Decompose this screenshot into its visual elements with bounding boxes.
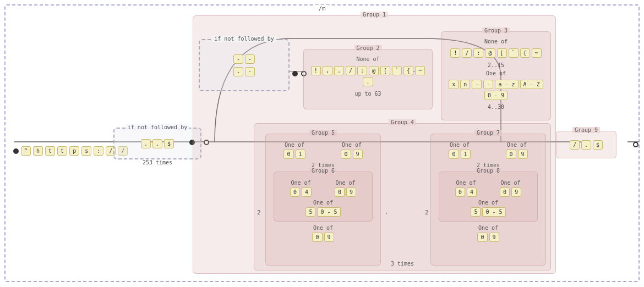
g3-oneof-label: One of (441, 70, 550, 76)
g6-04: 0 4 (290, 187, 312, 197)
group2-tokens: ! , . / : @ [ ` { ~ . (304, 64, 432, 89)
g3-AZ[interactable]: A - Z (520, 80, 543, 89)
g5-0a[interactable]: 0 (341, 150, 351, 159)
g7-0a[interactable]: 0 (506, 150, 516, 159)
g3-tok1[interactable]: ! (450, 48, 460, 58)
token-p[interactable]: p (69, 146, 79, 156)
g6-oneof-label2: One of (335, 180, 356, 186)
g3-tok6[interactable]: ` (509, 48, 519, 58)
g8-row1: One of 0 4 One of 0 9 (444, 180, 533, 197)
g6-4[interactable]: 4 (302, 187, 312, 197)
g8-9a[interactable]: 9 (511, 187, 521, 197)
g3-tok3[interactable]: : (473, 48, 483, 58)
token-inner4[interactable]: · (245, 67, 255, 76)
group2-box: Group 2 None of ! , . / : @ [ ` { ~ . up… (303, 49, 433, 109)
token-t2[interactable]: t (57, 146, 67, 156)
g2-tok3[interactable]: . (334, 66, 344, 75)
token-caret[interactable]: ^ (21, 146, 31, 156)
g2-tok10[interactable]: ~ (415, 66, 425, 75)
g2-tok7[interactable]: [ (380, 66, 390, 75)
g7-9a[interactable]: 9 (518, 150, 528, 159)
token-inner1[interactable]: - (233, 54, 243, 64)
token-dollar-a[interactable]: $ (164, 139, 174, 148)
g8-05[interactable]: 0 - 5 (482, 207, 505, 217)
g7-0b[interactable]: 0 (477, 233, 487, 242)
g4-2-label-right: 2 (425, 209, 429, 216)
group5-box: Group 5 One of 0 1 One of 0 (265, 134, 381, 266)
g6-9a[interactable]: 9 (346, 187, 356, 197)
g2-tok4[interactable]: / (346, 66, 356, 75)
g5-0b[interactable]: 0 (312, 233, 322, 242)
g2-tok2[interactable]: , (323, 66, 332, 75)
main-flow: ^ h t t p s : / / (13, 146, 128, 156)
g8-5[interactable]: 5 (471, 207, 481, 217)
group2-label: Group 2 (354, 45, 381, 51)
g6-0a[interactable]: 0 (335, 187, 345, 197)
group5-label: Group 5 (309, 130, 337, 136)
g6-09: 0 9 (335, 187, 356, 197)
g9-dot[interactable]: . (581, 140, 591, 150)
g7-oneof-row3: One of 0 9 (431, 225, 545, 242)
g5-09a: 0 9 (341, 150, 362, 159)
g3-n[interactable]: n (460, 80, 470, 89)
g3-tok4[interactable]: @ (485, 48, 495, 58)
253-times-label: 253 times (114, 159, 200, 165)
g7-9b[interactable]: 9 (489, 233, 499, 242)
g3-az[interactable]: a - z (495, 80, 518, 89)
g5-oneof-row1: One of 0 1 One of 0 9 (266, 142, 380, 159)
g6-05[interactable]: 0 - 5 (317, 207, 340, 217)
g3-tok2[interactable]: / (462, 48, 472, 58)
g5-9b[interactable]: 9 (324, 233, 334, 242)
group7-label: Group 7 (474, 130, 502, 136)
group4-label: Group 4 (389, 119, 416, 125)
regex-flag-label: /m (315, 5, 329, 12)
g8-04: 0 4 (455, 187, 477, 197)
g6-5[interactable]: 5 (305, 207, 315, 217)
g9-dollar[interactable]: $ (593, 140, 603, 150)
g8-oneof-label3: One of (444, 200, 533, 206)
if-not-followed-label-2: if not followed by (125, 124, 189, 130)
token-s[interactable]: s (81, 146, 91, 156)
g5-oneof-label1: One of (283, 142, 305, 148)
g8-0a[interactable]: 0 (500, 187, 510, 197)
token-inner3[interactable]: - (233, 67, 243, 76)
g2-tok9[interactable]: { (403, 66, 413, 75)
g5-0[interactable]: 0 (283, 150, 293, 159)
g5-9a[interactable]: 9 (353, 150, 363, 159)
start-dot (13, 148, 19, 154)
g6-0[interactable]: 0 (290, 187, 300, 197)
g7-0[interactable]: 0 (449, 150, 459, 159)
g1-dot-filled (292, 71, 298, 78)
g8-0[interactable]: 0 (455, 187, 465, 197)
if-not-row2: - · (233, 67, 255, 76)
token-t1[interactable]: t (45, 146, 55, 156)
g3-dash2[interactable]: - (483, 80, 493, 89)
g3-dash1[interactable]: - (472, 80, 482, 89)
if-not-followed-box-2: if not followed by . . $ 253 times (113, 128, 201, 159)
g5-1[interactable]: 1 (296, 150, 305, 159)
g2-tok1[interactable]: ! (311, 66, 321, 75)
g1-connector-dot (292, 71, 298, 76)
g3-tok7[interactable]: { (520, 48, 530, 58)
g8-4[interactable]: 4 (467, 187, 477, 197)
group6-box: Group 6 One of 0 4 One of (274, 172, 373, 222)
g2-dot[interactable]: . (363, 77, 373, 86)
g5-01: 0 1 (283, 150, 305, 159)
group1-box: Group 1 if not followed by - - - · (193, 15, 556, 274)
g5-oneof-label2: One of (341, 142, 362, 148)
g3-tok5[interactable]: [ (497, 48, 507, 58)
g7-1[interactable]: 1 (461, 150, 471, 159)
group1-label: Group 1 (361, 12, 388, 18)
token-inner2[interactable]: - (245, 54, 255, 64)
token-h[interactable]: h (33, 146, 43, 156)
token-dot-b[interactable]: . (152, 139, 162, 148)
g9-slash[interactable]: / (570, 140, 580, 150)
g3-tok8[interactable]: ~ (532, 48, 542, 58)
g2-tok8[interactable]: ` (392, 66, 402, 75)
g2-tok6[interactable]: @ (369, 66, 379, 75)
g3-09[interactable]: 0 - 9 (484, 91, 507, 100)
token-dot-a[interactable]: . (141, 139, 151, 148)
g3-xn[interactable]: x (449, 80, 459, 89)
token-colon[interactable]: : (94, 146, 103, 156)
g2-tok5[interactable]: : (357, 66, 367, 75)
